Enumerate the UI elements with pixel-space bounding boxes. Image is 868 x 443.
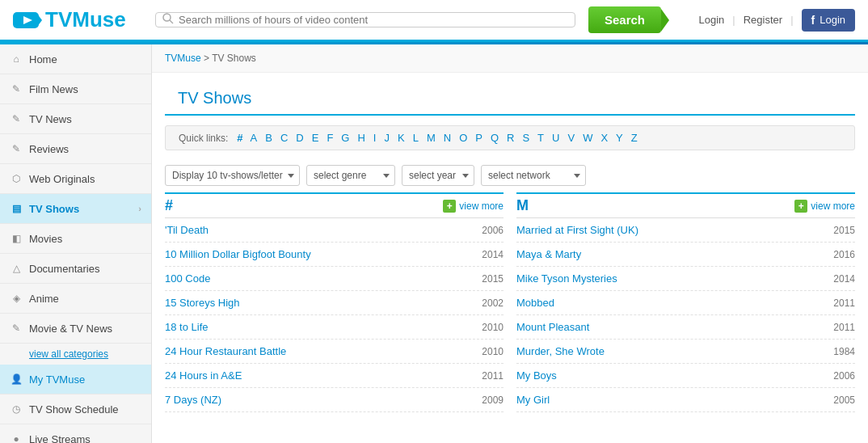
show-title[interactable]: 15 Storeys High xyxy=(165,297,482,309)
filter-year-select[interactable]: select year xyxy=(402,165,474,186)
sidebar-item-label: Movie & TV News xyxy=(29,323,112,335)
my-tvmuse-icon: 👤 xyxy=(10,373,23,386)
quicklinks-g[interactable]: G xyxy=(338,131,352,145)
live-streams-icon: ● xyxy=(10,432,23,443)
quicklinks-a[interactable]: A xyxy=(247,131,261,145)
filter-network-select[interactable]: select network xyxy=(481,165,586,186)
quicklinks-k[interactable]: K xyxy=(394,131,408,145)
breadcrumb-home[interactable]: TVMuse xyxy=(165,53,201,64)
sidebar-item-live-streams[interactable]: ● Live Streams xyxy=(0,424,151,443)
filter-genre-select[interactable]: select genre xyxy=(306,165,395,186)
show-title[interactable]: Mount Pleasant xyxy=(516,321,833,333)
quicklinks-j[interactable]: J xyxy=(381,131,393,145)
table-row: Murder, She Wrote 1984 xyxy=(516,340,855,364)
logo-area: TVMuse xyxy=(13,7,142,32)
add-icon[interactable]: + xyxy=(794,200,807,213)
column-header-hash: # + view more xyxy=(165,194,504,218)
show-title[interactable]: Married at First Sight (UK) xyxy=(516,224,833,236)
show-title[interactable]: 24 Hour Restaurant Battle xyxy=(165,345,482,357)
quicklinks-s[interactable]: S xyxy=(519,131,533,145)
reviews-icon: ✎ xyxy=(10,142,23,155)
quicklinks-e[interactable]: E xyxy=(309,131,322,145)
facebook-login-button[interactable]: f Login xyxy=(802,9,855,32)
show-title[interactable]: My Boys xyxy=(516,369,833,382)
column-letter: M xyxy=(516,197,794,214)
quicklinks-z[interactable]: Z xyxy=(628,131,641,145)
quicklinks-b[interactable]: B xyxy=(262,131,276,145)
show-title[interactable]: Mike Tyson Mysteries xyxy=(516,272,833,285)
filter-display-select[interactable]: Display 10 tv-shows/letter xyxy=(165,165,300,186)
quicklinks-q[interactable]: Q xyxy=(487,131,502,145)
login-link[interactable]: Login xyxy=(699,14,725,26)
sidebar-item-film-news[interactable]: ✎ Film News xyxy=(0,74,151,104)
quicklinks-m[interactable]: M xyxy=(423,131,439,145)
svg-line-4 xyxy=(170,20,173,23)
show-title[interactable]: 18 to Life xyxy=(165,321,482,333)
shows-grid: # + view more 'Til Death 2006 10 Million… xyxy=(152,192,868,412)
quicklinks-n[interactable]: N xyxy=(440,131,454,145)
header-right: Login | Register | f Login xyxy=(699,9,856,32)
sidebar-item-label: TV News xyxy=(29,113,72,125)
quicklinks-o[interactable]: O xyxy=(456,131,470,145)
register-link[interactable]: Register xyxy=(744,14,782,26)
search-input[interactable] xyxy=(179,14,568,26)
sidebar-item-movie-tv-news[interactable]: ✎ Movie & TV News xyxy=(0,314,151,344)
schedule-icon: ◷ xyxy=(10,403,23,416)
sidebar-item-movies[interactable]: ◧ Movies xyxy=(0,224,151,254)
show-title[interactable]: Murder, She Wrote xyxy=(516,345,833,357)
quicklinks-x[interactable]: X xyxy=(597,131,611,145)
show-year: 2015 xyxy=(482,273,504,285)
sidebar-item-label: Anime xyxy=(29,293,59,305)
sidebar-item-tv-show-schedule[interactable]: ◷ TV Show Schedule xyxy=(0,394,151,424)
show-title[interactable]: My Girl xyxy=(516,394,833,406)
sidebar-item-anime[interactable]: ◈ Anime xyxy=(0,284,151,314)
table-row: Married at First Sight (UK) 2015 xyxy=(516,218,855,243)
home-icon: ⌂ xyxy=(10,53,23,65)
show-title[interactable]: 24 Hours in A&E xyxy=(165,369,482,382)
show-year: 2011 xyxy=(482,370,504,382)
quicklinks-hash[interactable]: # xyxy=(234,131,245,145)
view-all-categories[interactable]: view all categories xyxy=(0,344,151,365)
show-year: 1984 xyxy=(833,346,855,357)
quicklinks-v[interactable]: V xyxy=(564,131,578,145)
quicklinks-w[interactable]: W xyxy=(579,131,596,145)
movies-icon: ◧ xyxy=(10,232,23,245)
quicklinks-y[interactable]: Y xyxy=(613,131,626,145)
show-title[interactable]: Maya & Marty xyxy=(516,248,833,260)
logo-text: TVMuse xyxy=(45,7,126,32)
sidebar-item-tv-shows[interactable]: ▤ TV Shows › xyxy=(0,194,151,224)
quicklinks-l[interactable]: L xyxy=(410,131,422,145)
view-more-m[interactable]: view more xyxy=(811,200,855,212)
show-year: 2005 xyxy=(833,394,855,406)
sidebar-item-home[interactable]: ⌂ Home xyxy=(0,44,151,74)
show-title[interactable]: Mobbed xyxy=(516,297,833,309)
sidebar-item-documentaries[interactable]: △ Documentaries xyxy=(0,254,151,284)
quicklinks-f[interactable]: F xyxy=(323,131,336,145)
show-title[interactable]: 10 Million Dollar Bigfoot Bounty xyxy=(165,248,482,260)
shows-column-hash: # + view more 'Til Death 2006 10 Million… xyxy=(165,192,504,412)
quicklinks-h[interactable]: H xyxy=(354,131,368,145)
breadcrumb-current: TV Shows xyxy=(212,53,256,64)
show-year: 2011 xyxy=(833,297,855,309)
quicklinks-p[interactable]: P xyxy=(472,131,486,145)
quicklinks-c[interactable]: C xyxy=(277,131,291,145)
add-icon[interactable]: + xyxy=(443,200,456,213)
sidebar-item-my-tvmuse[interactable]: 👤 My TVMuse xyxy=(0,365,151,394)
search-button[interactable]: Search xyxy=(588,6,661,33)
quicklinks-i[interactable]: I xyxy=(370,131,380,145)
view-more-hash[interactable]: view more xyxy=(459,200,504,212)
show-title[interactable]: 7 Days (NZ) xyxy=(165,394,482,406)
table-row: 15 Storeys High 2002 xyxy=(165,291,504,315)
sidebar-item-tv-news[interactable]: ✎ TV News xyxy=(0,104,151,134)
quicklinks-d[interactable]: D xyxy=(293,131,306,145)
search-area xyxy=(155,12,575,27)
quicklinks-t[interactable]: T xyxy=(534,131,547,145)
sidebar-item-label: Film News xyxy=(29,83,78,95)
show-title[interactable]: 100 Code xyxy=(165,272,482,285)
show-title[interactable]: 'Til Death xyxy=(165,224,482,236)
sidebar-item-reviews[interactable]: ✎ Reviews xyxy=(0,134,151,164)
sidebar-item-web-originals[interactable]: ⬡ Web Originals xyxy=(0,164,151,194)
quicklinks-u[interactable]: U xyxy=(549,131,563,145)
column-letter: # xyxy=(165,197,443,214)
quicklinks-r[interactable]: R xyxy=(504,131,517,145)
